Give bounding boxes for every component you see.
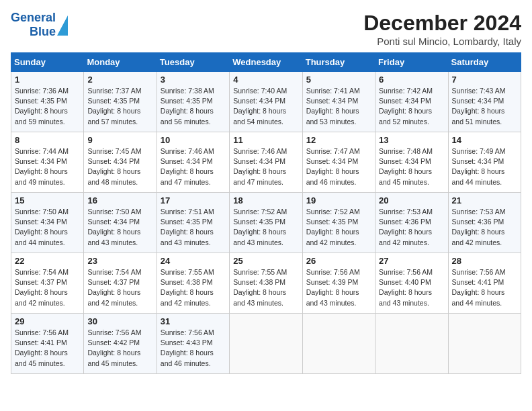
calendar-cell: 21Sunrise: 7:53 AMSunset: 4:36 PMDayligh… [448, 193, 521, 253]
day-info: Sunrise: 7:49 AMSunset: 4:34 PMDaylight:… [452, 146, 517, 187]
header-wednesday: Wednesday [230, 53, 302, 72]
calendar-cell: 10Sunrise: 7:46 AMSunset: 4:34 PMDayligh… [157, 132, 229, 193]
calendar-cell: 1Sunrise: 7:36 AMSunset: 4:35 PMDaylight… [11, 72, 84, 132]
header-tuesday: Tuesday [157, 53, 229, 72]
calendar-cell [448, 314, 521, 374]
day-number: 15 [15, 195, 80, 205]
calendar-cell: 5Sunrise: 7:41 AMSunset: 4:34 PMDaylight… [302, 72, 375, 132]
calendar-cell: 25Sunrise: 7:55 AMSunset: 4:38 PMDayligh… [230, 253, 302, 314]
day-info: Sunrise: 7:46 AMSunset: 4:34 PMDaylight:… [161, 146, 226, 187]
day-number: 18 [233, 195, 298, 205]
day-info: Sunrise: 7:56 AMSunset: 4:39 PMDaylight:… [306, 267, 371, 308]
day-number: 9 [87, 135, 152, 145]
day-number: 14 [452, 135, 517, 145]
day-info: Sunrise: 7:38 AMSunset: 4:35 PMDaylight:… [161, 86, 226, 127]
day-number: 25 [233, 256, 298, 266]
day-info: Sunrise: 7:48 AMSunset: 4:34 PMDaylight:… [379, 146, 444, 187]
logo-line1: General [11, 11, 56, 25]
header-monday: Monday [84, 53, 157, 72]
day-number: 7 [452, 75, 517, 85]
day-info: Sunrise: 7:50 AMSunset: 4:34 PMDaylight:… [87, 207, 152, 248]
day-info: Sunrise: 7:47 AMSunset: 4:34 PMDaylight:… [306, 146, 371, 187]
day-number: 4 [233, 75, 298, 85]
calendar-cell: 9Sunrise: 7:45 AMSunset: 4:34 PMDaylight… [84, 132, 157, 193]
header-saturday: Saturday [448, 53, 521, 72]
day-number: 28 [452, 256, 517, 266]
day-number: 13 [379, 135, 444, 145]
day-number: 2 [87, 75, 152, 85]
day-number: 27 [379, 256, 444, 266]
day-info: Sunrise: 7:36 AMSunset: 4:35 PMDaylight:… [15, 86, 80, 127]
day-number: 20 [379, 195, 444, 205]
calendar-cell: 19Sunrise: 7:52 AMSunset: 4:35 PMDayligh… [302, 193, 375, 253]
calendar-week-3: 15Sunrise: 7:50 AMSunset: 4:34 PMDayligh… [11, 193, 521, 253]
day-number: 31 [161, 316, 226, 326]
day-number: 16 [87, 195, 152, 205]
day-info: Sunrise: 7:55 AMSunset: 4:38 PMDaylight:… [233, 267, 298, 308]
calendar-cell: 22Sunrise: 7:54 AMSunset: 4:37 PMDayligh… [11, 253, 84, 314]
day-number: 26 [306, 256, 371, 266]
calendar-table: SundayMondayTuesdayWednesdayThursdayFrid… [11, 52, 521, 374]
calendar-cell: 23Sunrise: 7:54 AMSunset: 4:37 PMDayligh… [84, 253, 157, 314]
day-number: 29 [15, 316, 80, 326]
calendar-week-4: 22Sunrise: 7:54 AMSunset: 4:37 PMDayligh… [11, 253, 521, 314]
day-number: 12 [306, 135, 371, 145]
calendar-cell: 14Sunrise: 7:49 AMSunset: 4:34 PMDayligh… [448, 132, 521, 193]
day-info: Sunrise: 7:50 AMSunset: 4:34 PMDaylight:… [15, 207, 80, 248]
calendar-cell: 2Sunrise: 7:37 AMSunset: 4:35 PMDaylight… [84, 72, 157, 132]
calendar-cell: 8Sunrise: 7:44 AMSunset: 4:34 PMDaylight… [11, 132, 84, 193]
calendar-cell: 15Sunrise: 7:50 AMSunset: 4:34 PMDayligh… [11, 193, 84, 253]
day-info: Sunrise: 7:45 AMSunset: 4:34 PMDaylight:… [87, 146, 152, 187]
calendar-cell [302, 314, 375, 374]
calendar-cell: 26Sunrise: 7:56 AMSunset: 4:39 PMDayligh… [302, 253, 375, 314]
day-number: 11 [233, 135, 298, 145]
calendar-cell: 6Sunrise: 7:42 AMSunset: 4:34 PMDaylight… [375, 72, 448, 132]
day-number: 17 [161, 195, 226, 205]
calendar-cell: 17Sunrise: 7:51 AMSunset: 4:35 PMDayligh… [157, 193, 229, 253]
day-info: Sunrise: 7:46 AMSunset: 4:34 PMDaylight:… [233, 146, 298, 187]
calendar-cell: 18Sunrise: 7:52 AMSunset: 4:35 PMDayligh… [230, 193, 302, 253]
day-info: Sunrise: 7:53 AMSunset: 4:36 PMDaylight:… [379, 207, 444, 248]
title-block: December 2024 Ponti sul Mincio, Lombardy… [363, 11, 521, 47]
day-info: Sunrise: 7:41 AMSunset: 4:34 PMDaylight:… [306, 86, 371, 127]
day-info: Sunrise: 7:52 AMSunset: 4:35 PMDaylight:… [306, 207, 371, 248]
calendar-cell: 20Sunrise: 7:53 AMSunset: 4:36 PMDayligh… [375, 193, 448, 253]
header-thursday: Thursday [302, 53, 375, 72]
day-number: 10 [161, 135, 226, 145]
day-info: Sunrise: 7:56 AMSunset: 4:40 PMDaylight:… [379, 267, 444, 308]
day-info: Sunrise: 7:56 AMSunset: 4:42 PMDaylight:… [87, 328, 152, 369]
day-number: 6 [379, 75, 444, 85]
day-info: Sunrise: 7:51 AMSunset: 4:35 PMDaylight:… [161, 207, 226, 248]
calendar-cell: 24Sunrise: 7:55 AMSunset: 4:38 PMDayligh… [157, 253, 229, 314]
logo-line2: Blue [30, 25, 56, 39]
calendar-cell: 12Sunrise: 7:47 AMSunset: 4:34 PMDayligh… [302, 132, 375, 193]
page-subtitle: Ponti sul Mincio, Lombardy, Italy [363, 36, 521, 47]
header-friday: Friday [375, 53, 448, 72]
calendar-cell: 29Sunrise: 7:56 AMSunset: 4:41 PMDayligh… [11, 314, 84, 374]
calendar-cell: 16Sunrise: 7:50 AMSunset: 4:34 PMDayligh… [84, 193, 157, 253]
day-info: Sunrise: 7:44 AMSunset: 4:34 PMDaylight:… [15, 146, 80, 187]
calendar-cell: 7Sunrise: 7:43 AMSunset: 4:34 PMDaylight… [448, 72, 521, 132]
page-title: December 2024 [363, 11, 521, 36]
day-info: Sunrise: 7:40 AMSunset: 4:34 PMDaylight:… [233, 86, 298, 127]
day-number: 3 [161, 75, 226, 85]
calendar-cell: 11Sunrise: 7:46 AMSunset: 4:34 PMDayligh… [230, 132, 302, 193]
calendar-cell: 4Sunrise: 7:40 AMSunset: 4:34 PMDaylight… [230, 72, 302, 132]
day-info: Sunrise: 7:55 AMSunset: 4:38 PMDaylight:… [161, 267, 226, 308]
day-number: 5 [306, 75, 371, 85]
day-info: Sunrise: 7:56 AMSunset: 4:41 PMDaylight:… [452, 267, 517, 308]
day-info: Sunrise: 7:43 AMSunset: 4:34 PMDaylight:… [452, 86, 517, 127]
day-number: 21 [452, 195, 517, 205]
page-header: General Blue December 2024 Ponti sul Min… [11, 11, 521, 47]
calendar-cell [375, 314, 448, 374]
calendar-cell [230, 314, 302, 374]
calendar-cell: 3Sunrise: 7:38 AMSunset: 4:35 PMDaylight… [157, 72, 229, 132]
calendar-cell: 27Sunrise: 7:56 AMSunset: 4:40 PMDayligh… [375, 253, 448, 314]
calendar-cell: 30Sunrise: 7:56 AMSunset: 4:42 PMDayligh… [84, 314, 157, 374]
day-number: 19 [306, 195, 371, 205]
day-info: Sunrise: 7:54 AMSunset: 4:37 PMDaylight:… [15, 267, 80, 308]
day-info: Sunrise: 7:54 AMSunset: 4:37 PMDaylight:… [87, 267, 152, 308]
calendar-cell: 31Sunrise: 7:56 AMSunset: 4:43 PMDayligh… [157, 314, 229, 374]
logo-triangle [57, 15, 68, 36]
day-number: 22 [15, 256, 80, 266]
